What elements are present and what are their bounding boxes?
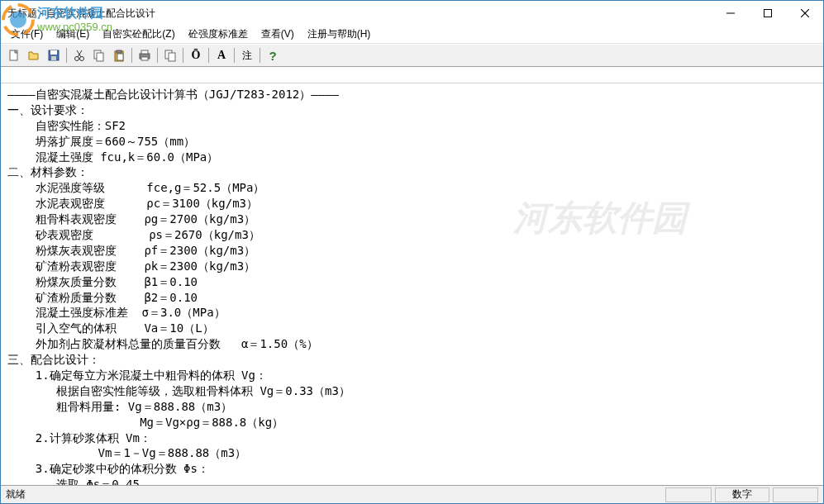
statusbar: 就绪 数字 bbox=[1, 485, 823, 503]
status-empty bbox=[665, 487, 711, 502]
font-a-icon[interactable]: A bbox=[212, 46, 231, 64]
titlebar: 无标题 - 自密实混凝土配合比设计 bbox=[1, 1, 823, 26]
svg-line-15 bbox=[77, 50, 81, 57]
preview-icon[interactable] bbox=[160, 46, 180, 64]
paste-icon[interactable] bbox=[109, 46, 129, 64]
content-line: 根据自密实性能等级，选取粗骨料体积 Vg＝0.33（m3） bbox=[7, 383, 817, 399]
content-line: 砂表观密度 ρs＝2670（kg/m3） bbox=[7, 227, 817, 243]
content-line: 自密实性能：SF2 bbox=[7, 118, 817, 134]
content-line: 一、设计要求： bbox=[7, 102, 817, 118]
svg-rect-11 bbox=[51, 56, 56, 60]
content-line: 二、材料参数： bbox=[7, 164, 817, 180]
content-line: 坍落扩展度＝660～755（mm） bbox=[7, 134, 817, 150]
toolbar-separator bbox=[66, 48, 67, 63]
svg-point-12 bbox=[75, 57, 79, 61]
save-icon[interactable] bbox=[44, 46, 64, 64]
toolbar: Ō A 注 ? bbox=[1, 44, 823, 67]
toolbar-separator bbox=[234, 48, 235, 63]
print-icon[interactable] bbox=[135, 46, 155, 64]
svg-rect-23 bbox=[141, 57, 148, 60]
maximize-button[interactable] bbox=[749, 1, 786, 26]
text-input-bar bbox=[1, 67, 823, 83]
svg-rect-10 bbox=[50, 50, 57, 55]
svg-point-13 bbox=[80, 57, 84, 61]
content-line: 2.计算砂浆体积 Vm： bbox=[7, 430, 817, 446]
content-line: 1.确定每立方米混凝土中粗骨料的体积 Vg： bbox=[7, 368, 817, 383]
svg-line-14 bbox=[78, 50, 82, 57]
cut-icon[interactable] bbox=[69, 46, 89, 64]
status-empty2 bbox=[773, 487, 818, 502]
toolbar-separator bbox=[260, 48, 260, 63]
menubar: 文件(F) 编辑(E) 自密实砼配比(Z) 砼强度标准差 查看(V) 注册与帮助… bbox=[1, 26, 823, 44]
menu-strength[interactable]: 砼强度标准差 bbox=[182, 26, 255, 43]
content-line: 粉煤灰质量分数 β1＝0.10 bbox=[7, 274, 817, 290]
status-ready: 就绪 bbox=[6, 487, 662, 502]
sigma-icon[interactable]: Ō bbox=[186, 46, 206, 64]
menu-file[interactable]: 文件(F) bbox=[4, 26, 50, 43]
toolbar-separator bbox=[183, 48, 183, 63]
minimize-button[interactable] bbox=[712, 1, 749, 26]
content-line: 外加剂占胶凝材料总量的质量百分数 α＝1.50（%） bbox=[7, 336, 817, 352]
svg-rect-20 bbox=[117, 54, 123, 60]
toolbar-separator bbox=[157, 48, 158, 63]
status-num: 数字 bbox=[715, 487, 769, 502]
svg-rect-17 bbox=[97, 53, 103, 61]
content-line: 引入空气的体积 Va＝10（L） bbox=[7, 321, 817, 336]
text-input[interactable] bbox=[1, 67, 823, 83]
toolbar-separator bbox=[208, 48, 209, 63]
window-title: 无标题 - 自密实混凝土配合比设计 bbox=[7, 7, 155, 21]
svg-rect-5 bbox=[764, 10, 771, 17]
svg-rect-25 bbox=[169, 53, 175, 61]
content-line: 混凝土强度 fcu,k＝60.0（MPa） bbox=[7, 150, 817, 165]
copy-icon[interactable] bbox=[89, 46, 109, 64]
content-line: 水泥强度等级 fce,g＝52.5（MPa） bbox=[7, 180, 817, 196]
content-line: 混凝土强度标准差 σ＝3.0（MPa） bbox=[7, 305, 817, 321]
menu-edit[interactable]: 编辑(E) bbox=[50, 26, 96, 43]
menu-help[interactable]: 注册与帮助(H) bbox=[301, 26, 378, 43]
svg-rect-19 bbox=[117, 50, 121, 53]
content-line: ————自密实混凝土配合比设计计算书（JGJ/T283-2012）———— bbox=[7, 87, 817, 102]
note-icon[interactable]: 注 bbox=[237, 46, 257, 64]
close-button[interactable] bbox=[786, 1, 823, 26]
menu-view[interactable]: 查看(V) bbox=[255, 26, 301, 43]
content-line: 水泥表观密度 ρc＝3100（kg/m3） bbox=[7, 196, 817, 212]
help-icon[interactable]: ? bbox=[263, 46, 283, 64]
open-icon[interactable] bbox=[24, 46, 44, 64]
content-line: Mg＝Vg×ρg＝888.8（kg） bbox=[7, 415, 817, 430]
document-content[interactable]: ————自密实混凝土配合比设计计算书（JGJ/T283-2012）————一、设… bbox=[1, 83, 823, 488]
new-icon[interactable] bbox=[4, 46, 24, 64]
menu-selfcompact[interactable]: 自密实砼配比(Z) bbox=[96, 26, 181, 43]
toolbar-separator bbox=[131, 48, 132, 63]
content-line: 粗骨料用量: Vg＝888.88（m3） bbox=[7, 399, 817, 415]
content-line: 3.确定砂浆中砂的体积分数 Φs： bbox=[7, 461, 817, 477]
content-line: Vm＝1－Vg＝888.88（m3） bbox=[7, 445, 817, 461]
content-line: 矿渣粉质量分数 β2＝0.10 bbox=[7, 290, 817, 306]
content-line: 粉煤灰表观密度 ρf＝2300（kg/m3） bbox=[7, 243, 817, 259]
content-line: 粗骨料表观密度 ρg＝2700（kg/m3） bbox=[7, 212, 817, 227]
content-line: 三、配合比设计： bbox=[7, 352, 817, 368]
svg-rect-22 bbox=[141, 50, 148, 54]
content-line: 矿渣粉表观密度 ρk＝2300（kg/m3） bbox=[7, 259, 817, 274]
window-controls bbox=[712, 1, 823, 26]
